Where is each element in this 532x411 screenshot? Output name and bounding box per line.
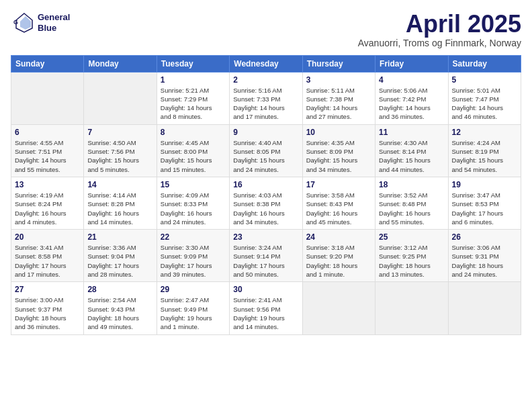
day-number: 3	[306, 75, 371, 85]
day-info: Sunrise: 4:35 AM Sunset: 8:09 PM Dayligh…	[306, 138, 371, 174]
calendar-cell: 3Sunrise: 5:11 AM Sunset: 7:38 PM Daylig…	[302, 72, 375, 124]
day-number: 28	[87, 285, 152, 294]
calendar-cell	[84, 72, 157, 124]
day-number: 9	[233, 128, 298, 137]
day-number: 27	[15, 285, 80, 294]
day-info: Sunrise: 4:19 AM Sunset: 8:24 PM Dayligh…	[15, 191, 80, 226]
day-number: 25	[379, 232, 444, 242]
calendar-week-4: 20Sunrise: 3:41 AM Sunset: 8:58 PM Dayli…	[11, 230, 521, 282]
day-number: 10	[306, 128, 371, 137]
day-info: Sunrise: 3:52 AM Sunset: 8:48 PM Dayligh…	[379, 191, 444, 226]
day-number: 5	[452, 75, 517, 85]
day-info: Sunrise: 3:18 AM Sunset: 9:20 PM Dayligh…	[306, 243, 371, 279]
calendar-cell: 9Sunrise: 4:40 AM Sunset: 8:05 PM Daylig…	[230, 124, 302, 177]
day-info: Sunrise: 5:01 AM Sunset: 7:47 PM Dayligh…	[452, 86, 517, 122]
day-info: Sunrise: 3:36 AM Sunset: 9:04 PM Dayligh…	[87, 243, 152, 279]
day-number: 23	[233, 232, 298, 242]
day-number: 29	[161, 285, 226, 294]
calendar-cell	[375, 282, 448, 334]
day-info: Sunrise: 5:11 AM Sunset: 7:38 PM Dayligh…	[306, 86, 371, 122]
calendar-cell: 26Sunrise: 3:06 AM Sunset: 9:31 PM Dayli…	[448, 230, 521, 282]
calendar-cell: 29Sunrise: 2:47 AM Sunset: 9:49 PM Dayli…	[157, 282, 229, 334]
calendar-cell: 20Sunrise: 3:41 AM Sunset: 8:58 PM Dayli…	[11, 230, 84, 282]
day-info: Sunrise: 3:00 AM Sunset: 9:37 PM Dayligh…	[15, 295, 80, 331]
day-number: 18	[379, 180, 444, 189]
day-number: 21	[87, 232, 152, 242]
calendar-cell: 22Sunrise: 3:30 AM Sunset: 9:09 PM Dayli…	[157, 230, 229, 282]
day-number: 8	[161, 128, 226, 137]
calendar-cell	[302, 282, 375, 334]
calendar-cell: 30Sunrise: 2:41 AM Sunset: 9:56 PM Dayli…	[230, 282, 302, 334]
calendar-cell	[11, 72, 84, 124]
day-info: Sunrise: 4:40 AM Sunset: 8:05 PM Dayligh…	[233, 138, 298, 174]
day-info: Sunrise: 3:47 AM Sunset: 8:53 PM Dayligh…	[452, 191, 517, 226]
calendar-week-3: 13Sunrise: 4:19 AM Sunset: 8:24 PM Dayli…	[11, 177, 521, 229]
day-number: 2	[233, 75, 298, 85]
calendar-cell: 1Sunrise: 5:21 AM Sunset: 7:29 PM Daylig…	[157, 72, 229, 124]
day-number: 26	[452, 232, 517, 242]
calendar-cell: 18Sunrise: 3:52 AM Sunset: 8:48 PM Dayli…	[375, 177, 448, 229]
day-info: Sunrise: 3:30 AM Sunset: 9:09 PM Dayligh…	[161, 243, 226, 279]
day-info: Sunrise: 4:09 AM Sunset: 8:33 PM Dayligh…	[161, 191, 226, 226]
calendar-cell: 13Sunrise: 4:19 AM Sunset: 8:24 PM Dayli…	[11, 177, 84, 229]
day-number: 30	[233, 285, 298, 294]
weekday-header-wednesday: Wednesday	[230, 55, 302, 72]
calendar-cell: 16Sunrise: 4:03 AM Sunset: 8:38 PM Dayli…	[230, 177, 302, 229]
weekday-header-sunday: Sunday	[11, 55, 84, 72]
calendar-cell: 28Sunrise: 2:54 AM Sunset: 9:43 PM Dayli…	[84, 282, 157, 334]
calendar-cell: 2Sunrise: 5:16 AM Sunset: 7:33 PM Daylig…	[230, 72, 302, 124]
calendar-cell: 17Sunrise: 3:58 AM Sunset: 8:43 PM Dayli…	[302, 177, 375, 229]
calendar-cell: 23Sunrise: 3:24 AM Sunset: 9:14 PM Dayli…	[230, 230, 302, 282]
day-number: 12	[452, 128, 517, 137]
day-info: Sunrise: 3:41 AM Sunset: 8:58 PM Dayligh…	[15, 243, 80, 279]
weekday-header-tuesday: Tuesday	[157, 55, 229, 72]
calendar-cell: 5Sunrise: 5:01 AM Sunset: 7:47 PM Daylig…	[448, 72, 521, 124]
page-header: G General Blue April 2025 Avanuorri, Tro…	[11, 11, 521, 48]
calendar-table: SundayMondayTuesdayWednesdayThursdayFrid…	[11, 55, 521, 335]
calendar-cell: 10Sunrise: 4:35 AM Sunset: 8:09 PM Dayli…	[302, 124, 375, 177]
day-number: 6	[15, 128, 80, 137]
day-number: 1	[161, 75, 226, 85]
logo: G General Blue	[11, 11, 70, 35]
calendar-cell: 11Sunrise: 4:30 AM Sunset: 8:14 PM Dayli…	[375, 124, 448, 177]
calendar-week-1: 1Sunrise: 5:21 AM Sunset: 7:29 PM Daylig…	[11, 72, 521, 124]
day-number: 13	[15, 180, 80, 189]
weekday-header-row: SundayMondayTuesdayWednesdayThursdayFrid…	[11, 55, 521, 72]
day-info: Sunrise: 3:24 AM Sunset: 9:14 PM Dayligh…	[233, 243, 298, 279]
month-title: April 2025	[358, 11, 521, 38]
day-info: Sunrise: 4:55 AM Sunset: 7:51 PM Dayligh…	[15, 138, 80, 174]
calendar-cell: 27Sunrise: 3:00 AM Sunset: 9:37 PM Dayli…	[11, 282, 84, 334]
day-info: Sunrise: 3:06 AM Sunset: 9:31 PM Dayligh…	[452, 243, 517, 279]
calendar-cell	[448, 282, 521, 334]
day-info: Sunrise: 3:58 AM Sunset: 8:43 PM Dayligh…	[306, 191, 371, 226]
weekday-header-monday: Monday	[84, 55, 157, 72]
logo-line2: Blue	[38, 23, 70, 34]
day-info: Sunrise: 4:24 AM Sunset: 8:19 PM Dayligh…	[452, 138, 517, 174]
day-info: Sunrise: 5:06 AM Sunset: 7:42 PM Dayligh…	[379, 86, 444, 122]
day-info: Sunrise: 4:03 AM Sunset: 8:38 PM Dayligh…	[233, 191, 298, 226]
weekday-header-friday: Friday	[375, 55, 448, 72]
calendar-cell: 15Sunrise: 4:09 AM Sunset: 8:33 PM Dayli…	[157, 177, 229, 229]
calendar-week-2: 6Sunrise: 4:55 AM Sunset: 7:51 PM Daylig…	[11, 124, 521, 177]
calendar-cell: 6Sunrise: 4:55 AM Sunset: 7:51 PM Daylig…	[11, 124, 84, 177]
calendar-cell: 14Sunrise: 4:14 AM Sunset: 8:28 PM Dayli…	[84, 177, 157, 229]
calendar-cell: 19Sunrise: 3:47 AM Sunset: 8:53 PM Dayli…	[448, 177, 521, 229]
day-info: Sunrise: 5:16 AM Sunset: 7:33 PM Dayligh…	[233, 86, 298, 122]
day-info: Sunrise: 2:47 AM Sunset: 9:49 PM Dayligh…	[161, 295, 226, 331]
title-block: April 2025 Avanuorri, Troms og Finnmark,…	[358, 11, 521, 48]
day-number: 14	[87, 180, 152, 189]
day-info: Sunrise: 3:12 AM Sunset: 9:25 PM Dayligh…	[379, 243, 444, 279]
day-number: 19	[452, 180, 517, 189]
calendar-cell: 12Sunrise: 4:24 AM Sunset: 8:19 PM Dayli…	[448, 124, 521, 177]
logo-line1: General	[38, 12, 70, 23]
day-number: 7	[87, 128, 152, 137]
day-number: 17	[306, 180, 371, 189]
day-number: 22	[161, 232, 226, 242]
calendar-cell: 4Sunrise: 5:06 AM Sunset: 7:42 PM Daylig…	[375, 72, 448, 124]
calendar-cell: 24Sunrise: 3:18 AM Sunset: 9:20 PM Dayli…	[302, 230, 375, 282]
calendar-cell: 21Sunrise: 3:36 AM Sunset: 9:04 PM Dayli…	[84, 230, 157, 282]
day-number: 11	[379, 128, 444, 137]
day-info: Sunrise: 4:14 AM Sunset: 8:28 PM Dayligh…	[87, 191, 152, 226]
day-number: 16	[233, 180, 298, 189]
day-info: Sunrise: 4:30 AM Sunset: 8:14 PM Dayligh…	[379, 138, 444, 174]
